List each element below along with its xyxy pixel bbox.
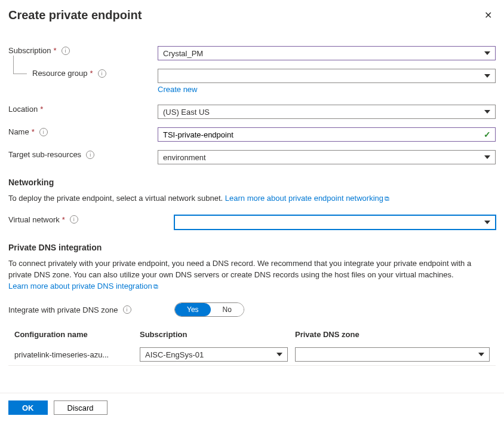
chevron-down-icon — [478, 353, 484, 356]
dns-col-zone: Private DNS zone — [295, 330, 490, 339]
dns-config-name: privatelink-timeseries-azu... — [14, 350, 140, 359]
dns-table-row: privatelink-timeseries-azu... AISC-EngSy… — [8, 344, 496, 366]
networking-heading: Networking — [8, 178, 496, 187]
location-label: Location* — [8, 105, 158, 114]
integrate-dns-label: Integrate with private DNS zone i — [8, 305, 174, 314]
external-link-icon: ⧉ — [153, 283, 158, 290]
discard-button[interactable]: Discard — [54, 400, 107, 415]
location-select[interactable]: (US) East US — [158, 105, 496, 119]
target-sub-resources-label: Target sub-resources i — [8, 150, 158, 159]
chevron-down-icon — [484, 221, 490, 224]
learn-more-dns-link[interactable]: Learn more about private DNS integration… — [8, 282, 158, 290]
dns-heading: Private DNS integration — [8, 243, 496, 252]
virtual-network-label: Virtual network* i — [8, 215, 174, 224]
learn-more-networking-link[interactable]: Learn more about private endpoint networ… — [225, 194, 389, 203]
toggle-yes[interactable]: Yes — [175, 303, 211, 316]
dns-col-config: Configuration name — [14, 330, 140, 339]
dns-subscription-select[interactable]: AISC-EngSys-01 — [140, 347, 288, 362]
resource-group-label: Resource group* i — [8, 69, 158, 78]
subscription-label: Subscription* i — [8, 46, 158, 55]
dns-col-subscription: Subscription — [140, 330, 295, 339]
resource-group-select[interactable] — [158, 69, 496, 83]
page-title: Create private endpoint — [8, 8, 142, 22]
chevron-down-icon — [484, 51, 490, 55]
dns-zone-select[interactable] — [295, 347, 490, 362]
chevron-down-icon — [276, 353, 282, 356]
close-icon[interactable]: ✕ — [481, 8, 496, 22]
target-sub-resources-select[interactable]: environment — [158, 150, 496, 164]
info-icon[interactable]: i — [86, 151, 94, 159]
integrate-dns-toggle[interactable]: Yes No — [174, 302, 244, 317]
create-new-link[interactable]: Create new — [158, 85, 197, 94]
networking-body: To deploy the private endpoint, select a… — [8, 193, 496, 204]
toggle-no[interactable]: No — [211, 303, 244, 316]
info-icon[interactable]: i — [123, 305, 131, 314]
virtual-network-select[interactable] — [174, 215, 496, 230]
info-icon[interactable]: i — [70, 215, 78, 224]
chevron-down-icon — [484, 155, 490, 159]
dns-body: To connect privately with your private e… — [8, 258, 496, 292]
info-icon[interactable]: i — [98, 69, 106, 78]
info-icon[interactable]: i — [39, 128, 48, 136]
info-icon[interactable]: i — [62, 47, 70, 55]
external-link-icon: ⧉ — [385, 195, 389, 202]
name-label: Name* i — [8, 127, 158, 136]
ok-button[interactable]: OK — [8, 400, 48, 415]
chevron-down-icon — [484, 74, 490, 78]
name-input[interactable] — [158, 127, 496, 142]
chevron-down-icon — [484, 110, 490, 114]
subscription-select[interactable]: Crystal_PM — [158, 46, 496, 60]
check-icon: ✓ — [484, 130, 491, 139]
